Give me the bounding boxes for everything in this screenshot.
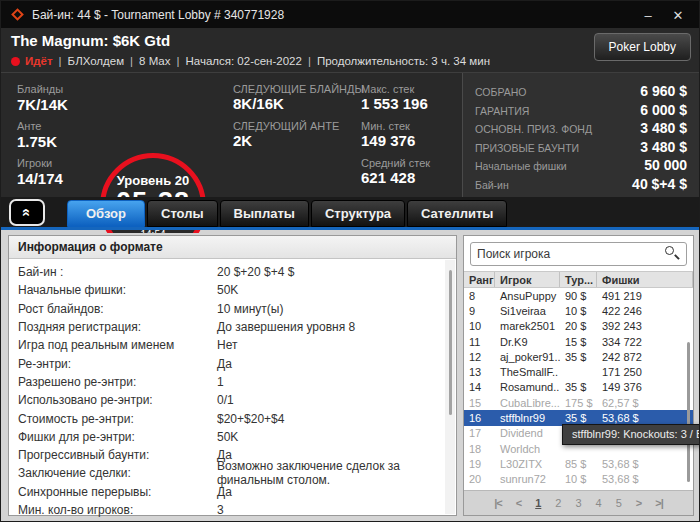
player-row[interactable]: 9Si1veiraa10 $422 246 [464, 303, 693, 318]
player-name: Dr.K9 [495, 336, 560, 348]
player-row[interactable]: 19L30ZITX85 $53,68 $ [464, 456, 693, 471]
detail-separator: | [59, 55, 62, 67]
stats-strip: Блайнды 7K/14K Анте 1.75K Игроки 14/174 … [1, 73, 699, 197]
info-row-label: Игра под реальным именем [18, 338, 217, 352]
tabs: ОбзорСтолыВыплатыСтруктураСателлиты [67, 200, 509, 227]
blinds-column: Блайнды 7K/14K Анте 1.75K Игроки 14/174 [17, 83, 68, 187]
player-rank: 8 [464, 290, 495, 302]
player-search-input[interactable] [471, 247, 658, 261]
player-chips: 62,57 $ [597, 397, 693, 409]
player-bounty: 35 $ [560, 351, 597, 363]
format-info-body: Бай-ин :20 $+20 $+4 $Начальные фишки:50K… [9, 259, 456, 519]
app-diamond-icon [11, 8, 24, 21]
poker-lobby-button[interactable]: Poker Lobby [594, 33, 691, 61]
prize-row: ОСНОВН. ПРИЗ. ФОНД3 480 $ [475, 120, 687, 139]
player-name: AnsuPuppy [495, 290, 560, 302]
player-rank: 16 [464, 412, 495, 424]
player-name: Rosamund.. [495, 381, 560, 393]
page-number[interactable]: 2 [555, 497, 561, 509]
prize-row: Бай-ин40 $+4 $ [475, 176, 687, 195]
close-button[interactable]: ✕ [665, 5, 691, 25]
player-search [470, 242, 687, 266]
info-row-value: $20+$20+$4 [217, 412, 456, 426]
player-name: TheSmallF.. [495, 366, 560, 378]
info-row-value: До завершения уровня 8 [217, 320, 456, 334]
page-number[interactable]: 1 [535, 497, 541, 509]
next-page-button[interactable]: > [636, 497, 641, 509]
max-stack-label: Макс. стек [361, 83, 430, 95]
tournament-title: The Magnum: $6K Gtd [11, 32, 170, 49]
tab-bar: « ОбзорСтолыВыплатыСтруктураСателлиты [1, 197, 699, 230]
detail-separator: | [130, 55, 133, 67]
prize-row: ПРИЗОВЫЕ БАУНТИ3 480 $ [475, 139, 687, 158]
player-name: Worldch [495, 443, 560, 455]
info-scrollbar-thumb[interactable] [449, 270, 452, 415]
prize-row: Начальные фишки50 000 [475, 157, 687, 176]
players-value: 14/174 [17, 170, 68, 187]
tab-сателлиты[interactable]: Сателлиты [407, 200, 507, 227]
format-info-panel: Информация о формате Бай-ин :20 $+20 $+4… [8, 235, 457, 516]
prev-page-button[interactable]: < [516, 497, 521, 509]
knockouts-tooltip: stffblnr99: Knockouts: 3 / Всего в [562, 424, 700, 445]
page-number[interactable]: 5 [616, 497, 622, 509]
player-chips: 491 219 [597, 290, 693, 302]
tab-обзор[interactable]: Обзор [67, 200, 145, 227]
player-rank: 20 [464, 473, 495, 485]
player-row[interactable]: 12aj_poker91..35 $242 872 [464, 349, 693, 364]
player-row[interactable]: 15CubaLibre...175 $62,57 $ [464, 395, 693, 410]
info-row-label: Фишки для ре-энтри: [18, 430, 217, 444]
player-row[interactable]: 14Rosamund..35 $149 376 [464, 380, 693, 395]
player-rank: 12 [464, 351, 495, 363]
player-bounty: 20 $ [560, 320, 597, 332]
info-scrollbar [445, 260, 455, 514]
tab-структура[interactable]: Структура [311, 200, 405, 227]
info-row-label: Прогрессивный баунти: [18, 448, 217, 462]
search-button[interactable] [658, 243, 686, 265]
info-row-value: 50K [217, 283, 456, 297]
prize-label: Бай-ин [475, 179, 509, 191]
min-stack-label: Мин. стек [361, 120, 430, 132]
title-bar: Бай-ин: 44 $ - Tournament Lobby # 340771… [1, 1, 699, 28]
info-row-label: Бай-ин : [18, 265, 217, 279]
first-page-button[interactable]: |< [494, 497, 502, 509]
blinds-value: 7K/14K [17, 96, 68, 113]
players-scrollbar-thumb[interactable] [687, 342, 690, 482]
player-name: Dividend [495, 427, 560, 439]
player-bounty: 85 $ [560, 458, 597, 470]
last-page-button[interactable]: >| [655, 497, 663, 509]
player-row[interactable]: 13TheSmallF..171 250 [464, 364, 693, 379]
player-rank: 9 [464, 305, 495, 317]
next-blinds-column: СЛЕДУЮЩИЕ БЛАЙНДЫ 8K/16K СЛЕДУЮЩИЙ АНТЕ … [233, 83, 364, 149]
player-row[interactable]: 10marek250120 $392 243 [464, 319, 693, 334]
player-row[interactable]: 20sunrun7210 $53,68 $ [464, 472, 693, 487]
info-row-value: Да [217, 485, 456, 499]
page-number[interactable]: 4 [596, 497, 602, 509]
collapse-lobby-button[interactable]: « [9, 199, 45, 226]
tab-столы[interactable]: Столы [147, 200, 218, 227]
player-name: Si1veiraa [495, 305, 560, 317]
info-row-value: 3 [217, 503, 456, 517]
player-chips: 242 872 [597, 351, 693, 363]
player-bounty: 15 $ [560, 336, 597, 348]
minimize-button[interactable]: – [635, 5, 661, 25]
next-ante-label: СЛЕДУЮЩИЙ АНТЕ [233, 120, 364, 132]
player-row[interactable]: 8AnsuPuppy90 $491 219 [464, 288, 693, 303]
player-chips: 422 246 [597, 305, 693, 317]
prize-label: ПРИЗОВЫЕ БАУНТИ [475, 142, 579, 154]
tournament-detail: Продолжительность: 3 ч. 34 мин [317, 55, 490, 67]
content-area: Информация о формате Бай-ин :20 $+20 $+4… [1, 233, 699, 522]
players-panel: РангИгрокТур...Фишки 8AnsuPuppy90 $491 2… [463, 235, 694, 516]
player-row[interactable]: 11Dr.K915 $334 722 [464, 334, 693, 349]
format-info-title: Информация о формате [9, 236, 456, 259]
player-bounty: 90 $ [560, 290, 597, 302]
player-bounty: 10 $ [560, 473, 597, 485]
page-number[interactable]: 3 [575, 497, 581, 509]
player-name: marek2501 [495, 320, 560, 332]
player-name: CubaLibre... [495, 397, 560, 409]
info-row-label: Мин. кол-во игроков: [18, 503, 217, 517]
tournament-detail: Начался: 02-сен-2022 [185, 55, 301, 67]
prize-value: 50 000 [644, 157, 687, 173]
info-row-label: Рост блайндов: [18, 302, 217, 316]
tab-выплаты[interactable]: Выплаты [220, 200, 309, 227]
window-controls: – ✕ [635, 5, 691, 25]
